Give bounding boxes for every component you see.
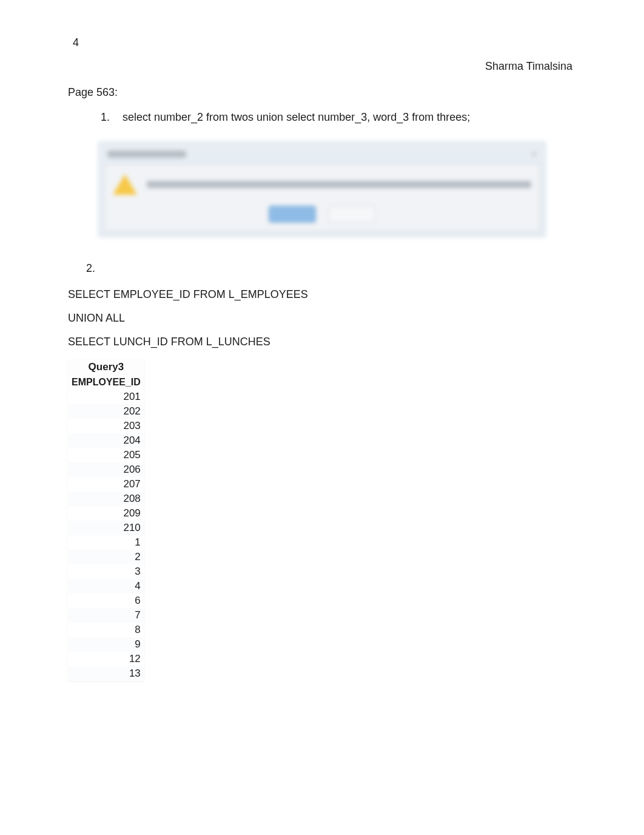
table-cell: 208 [68,492,144,506]
table-column-header: EMPLOYEE_ID [68,375,144,390]
table-row: 8 [68,623,144,637]
list-item-2-number: 2. [86,262,576,275]
table-cell: 201 [68,390,144,404]
table-row: 201 [68,390,144,404]
sql-line-2: UNION ALL [68,312,576,325]
table-cell: 202 [68,404,144,419]
table-row: 12 [68,652,144,666]
table-cell: 4 [68,579,144,593]
list-item-1-number: 1. [101,111,112,124]
table-cell: 210 [68,521,144,535]
table-row: 1 [68,535,144,550]
table-row: 204 [68,433,144,448]
table-row: 2 [68,550,144,564]
dialog-message [147,181,531,188]
sql-line-1: SELECT EMPLOYEE_ID FROM L_EMPLOYEES [68,288,576,301]
result-table: Query3 EMPLOYEE_ID 201202203204205206207… [68,359,144,681]
table-row: 206 [68,462,144,477]
sql-line-3: SELECT LUNCH_ID FROM L_LUNCHES [68,336,576,348]
ok-button [269,206,316,223]
list-item-1-text: select number_2 from twos union select n… [122,111,470,124]
help-button [328,206,375,223]
table-row: 9 [68,637,144,652]
table-cell: 209 [68,506,144,521]
page-label: Page 563: [68,86,576,99]
table-cell: 2 [68,550,144,564]
author-name: Sharma Timalsina [68,60,576,73]
table-row: 203 [68,419,144,433]
table-row: 210 [68,521,144,535]
table-row: 202 [68,404,144,419]
dialog-screenshot: × [68,141,576,238]
table-cell: 7 [68,608,144,623]
table-row: 6 [68,593,144,608]
table-row: 7 [68,608,144,623]
table-cell: 3 [68,564,144,579]
table-cell: 206 [68,462,144,477]
table-row: 4 [68,579,144,593]
list-item-1: 1. select number_2 from twos union selec… [101,111,576,124]
table-cell: 1 [68,535,144,550]
warning-icon [113,174,137,195]
table-row: 208 [68,492,144,506]
table-row: 13 [68,666,144,681]
table-cell: 207 [68,477,144,492]
close-icon: × [532,149,537,159]
table-cell: 9 [68,637,144,652]
page-number: 4 [73,36,576,49]
table-title: Query3 [68,359,144,375]
table-cell: 13 [68,666,144,681]
table-row: 3 [68,564,144,579]
table-cell: 203 [68,419,144,433]
table-cell: 205 [68,448,144,462]
table-cell: 8 [68,623,144,637]
dialog-title [107,150,186,158]
table-cell: 6 [68,593,144,608]
table-row: 207 [68,477,144,492]
table-row: 209 [68,506,144,521]
table-cell: 204 [68,433,144,448]
table-cell: 12 [68,652,144,666]
table-row: 205 [68,448,144,462]
